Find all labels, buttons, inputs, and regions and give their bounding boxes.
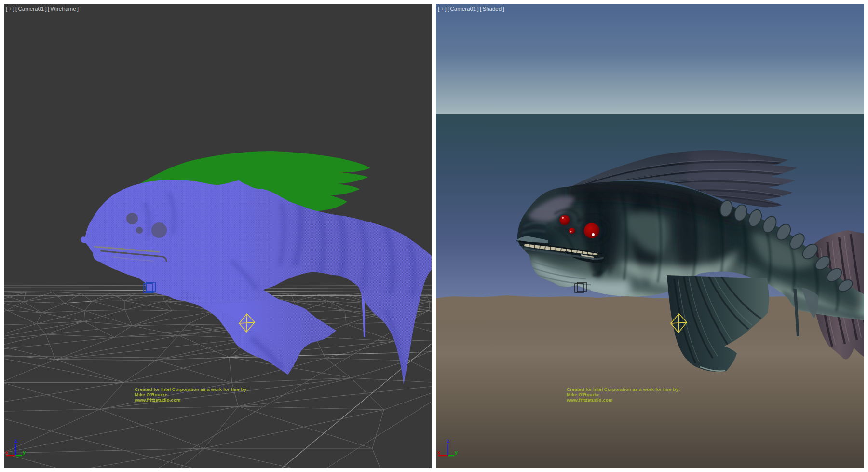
svg-text:y: y <box>455 449 458 455</box>
svg-text:Mike O'Rourke: Mike O'Rourke <box>135 392 168 397</box>
svg-text:z: z <box>447 438 449 444</box>
svg-text:Mike O'Rourke: Mike O'Rourke <box>567 392 600 397</box>
svg-text:y: y <box>23 449 26 455</box>
svg-text:[ + ] [ Camera01 ] [ Shaded ]: [ + ] [ Camera01 ] [ Shaded ] <box>438 6 504 12</box>
svg-text:Created for Intel Corporation: Created for Intel Corporation as a work … <box>567 387 680 392</box>
svg-text:x: x <box>437 449 441 455</box>
svg-text:[ + ] [ Camera01 ] [ Wireframe: [ + ] [ Camera01 ] [ Wireframe ] <box>6 6 79 12</box>
svg-text:x: x <box>5 449 9 455</box>
svg-text:z: z <box>14 438 17 444</box>
svg-text:www.fritzstudio.com: www.fritzstudio.com <box>134 397 181 403</box>
svg-text:Created for Intel Corporation: Created for Intel Corporation as a work … <box>135 387 248 392</box>
svg-text:www.fritzstudio.com: www.fritzstudio.com <box>566 397 613 403</box>
